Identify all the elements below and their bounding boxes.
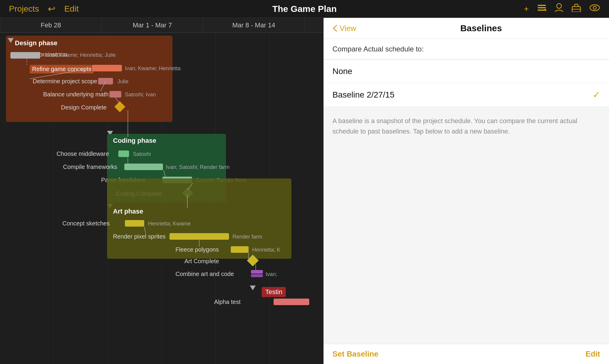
refine-game-concepts-bar[interactable] <box>92 65 122 71</box>
combine-art-code-label: Combine art and code <box>175 271 234 277</box>
svg-point-4 <box>557 4 561 8</box>
svg-rect-0 <box>538 5 546 6</box>
description-section: A baseline is a snapshot of the project … <box>324 107 609 344</box>
gameplay-brainstorm-assignee: Ivan; Kwame; Henrietta; Julie <box>46 52 116 58</box>
concept-sketches-bar[interactable] <box>125 220 144 227</box>
baseline-option-none[interactable]: None <box>324 60 609 83</box>
render-sprites-assignee: Render farm <box>233 234 262 240</box>
fleece-polygons-label: Fleece polygons <box>175 246 219 253</box>
baseline-options: None Baseline 2/27/15 ✓ <box>324 60 609 107</box>
baselines-edit-button[interactable]: Edit <box>586 349 600 359</box>
compare-label: Compare Actual schedule to: <box>332 45 424 53</box>
person-button[interactable] <box>555 3 563 15</box>
top-bar: Projects ↩ Edit The Game Plan + <box>0 0 609 18</box>
eye-button[interactable] <box>589 4 600 14</box>
determine-scope-bar[interactable] <box>98 78 113 84</box>
determine-scope-label: Determine project scope <box>33 78 97 85</box>
testing-collapse-icon[interactable] <box>250 285 256 290</box>
refine-game-concepts-assignee: Ivan; Kwame; Henrietta <box>125 65 180 72</box>
description-text: A baseline is a snapshot of the project … <box>332 117 577 135</box>
choose-middleware-bar[interactable] <box>118 150 129 157</box>
svg-point-8 <box>593 6 596 9</box>
concept-sketches-label: Concept sketches <box>62 220 110 227</box>
panel-title: Baselines <box>362 23 600 33</box>
fleece-polygons-assignee: Henrietta; K <box>252 247 280 253</box>
briefcase-button[interactable] <box>572 4 581 14</box>
design-complete-label: Design Complete <box>61 104 106 111</box>
baseline-option-2-27-15[interactable]: Baseline 2/27/15 ✓ <box>324 83 609 107</box>
compile-frameworks-label: Compile frameworks <box>63 164 117 170</box>
combine-bar-1[interactable] <box>251 270 263 274</box>
gameplay-brainstorm-bar[interactable] <box>10 52 40 59</box>
balance-math-bar[interactable] <box>109 91 121 98</box>
combine-bar-2[interactable] <box>251 274 263 277</box>
balance-math-assignee: Satoshi; Ivan <box>125 92 156 98</box>
render-sprites-label: Render pixel sprites <box>113 233 166 240</box>
projects-button[interactable]: Projects <box>9 4 39 14</box>
render-sprites-bar[interactable] <box>169 233 229 240</box>
baseline-checkmark: ✓ <box>593 90 600 100</box>
compile-frameworks-bar[interactable] <box>124 164 163 170</box>
refine-game-concepts-label: Refine game concepts <box>30 65 94 73</box>
page-title: The Game Plan <box>272 4 337 14</box>
concept-sketches-assignee: Henrietta; Kwame <box>148 221 191 227</box>
edit-button[interactable]: Edit <box>64 4 79 14</box>
baseline-none-label: None <box>332 67 352 76</box>
compare-section: Compare Actual schedule to: <box>324 39 609 59</box>
timeline-col-0: Feb 28 <box>0 18 102 32</box>
compile-frameworks-assignee: Ivan; Satoshi; Render farm <box>166 164 230 170</box>
add-button[interactable]: + <box>524 4 529 14</box>
art-phase-label: Art phase <box>113 208 143 215</box>
alpha-test-label: Alpha test <box>214 299 241 305</box>
panel-back-label: View <box>340 24 356 33</box>
set-baseline-button[interactable]: Set Baseline <box>332 349 379 359</box>
alpha-test-bar[interactable] <box>274 299 309 305</box>
coding-phase-label: Coding phase <box>113 137 156 145</box>
panel-header: View Baselines <box>324 18 609 39</box>
design-collapse-icon[interactable] <box>8 38 14 43</box>
gantt-area: Design phase Gameplay brainstorm Ivan; K… <box>0 33 324 364</box>
testing-label: Testin <box>265 288 282 296</box>
timeline-col-1: Mar 1 - Mar 7 <box>102 18 203 32</box>
baseline-2-27-15-label: Baseline 2/27/15 <box>332 90 395 100</box>
fleece-polygons-bar[interactable] <box>231 246 249 253</box>
balance-math-label: Balance underlying math <box>43 91 109 98</box>
back-button[interactable]: ↩ <box>48 4 55 14</box>
combine-assignee: Ivan; <box>266 271 277 277</box>
layers-button[interactable] <box>537 4 547 14</box>
svg-rect-1 <box>538 7 546 8</box>
panel-footer: Set Baseline Edit <box>324 344 609 364</box>
svg-rect-2 <box>538 10 546 11</box>
baselines-panel: View Baselines Compare Actual schedule t… <box>324 18 609 364</box>
art-complete-label: Art Complete <box>184 258 219 265</box>
panel-back-button[interactable]: View <box>332 24 356 33</box>
choose-middleware-label: Choose middleware <box>56 150 109 157</box>
svg-point-7 <box>590 5 599 11</box>
determine-scope-assignee: Julie <box>117 79 128 85</box>
timeline-col-2: Mar 8 - Mar 14 <box>203 18 304 32</box>
choose-middleware-assignee: Satoshi <box>133 151 151 157</box>
design-phase-label: Design phase <box>15 39 57 47</box>
